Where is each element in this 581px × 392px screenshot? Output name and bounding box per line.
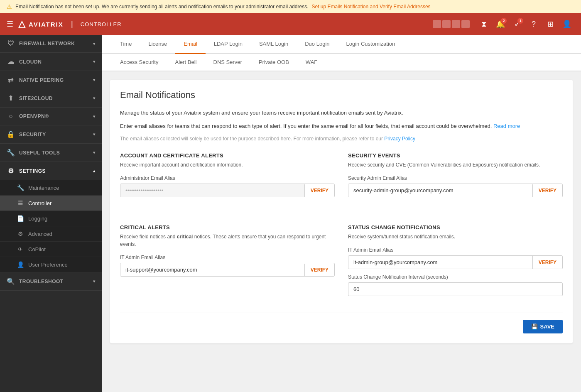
privacy-policy-link[interactable]: Privacy Policy bbox=[384, 136, 415, 142]
sidebar-item-logging[interactable]: 📄 Logging bbox=[0, 211, 102, 226]
critical-alerts-field-group: IT Admin Email Alias VERIFY bbox=[120, 255, 335, 277]
tab-duo-login[interactable]: Duo Login bbox=[297, 35, 338, 54]
sidebar-item-copilot[interactable]: ✈ CoPilot bbox=[0, 242, 102, 257]
save-icon: 💾 bbox=[531, 323, 538, 330]
tab-access-security[interactable]: Access Security bbox=[112, 54, 167, 71]
security-email-verify-button[interactable]: VERIFY bbox=[532, 184, 562, 197]
user-info bbox=[433, 20, 470, 28]
critical-alerts-section: CRITICAL ALERTS Receive field notices an… bbox=[120, 224, 335, 303]
sidebar-item-label: Useful Tools bbox=[19, 150, 60, 156]
tab-saml-login[interactable]: SAML Login bbox=[251, 35, 297, 54]
account-cert-field-label: Administrator Email Alias bbox=[120, 175, 335, 181]
sub-item-label: Advanced bbox=[28, 231, 52, 237]
help-icon[interactable]: ? bbox=[526, 17, 541, 32]
critical-email-input[interactable] bbox=[120, 263, 304, 276]
interval-input[interactable] bbox=[348, 282, 563, 296]
user-icon[interactable]: 👤 bbox=[559, 17, 574, 32]
chevron-right-icon: ▾ bbox=[93, 132, 96, 137]
logo-symbol: △ bbox=[18, 19, 25, 29]
status-change-field-label: IT Admin Email Alias bbox=[348, 247, 563, 253]
advanced-icon: ⚙ bbox=[17, 230, 24, 237]
sidebar-item-label: CloudN bbox=[19, 59, 42, 65]
privacy-notice: The email aliases collected will solely … bbox=[120, 135, 563, 142]
critical-alerts-input-row: VERIFY bbox=[120, 263, 335, 277]
tab-login-customization[interactable]: Login Customization bbox=[338, 35, 404, 54]
notice-text: The email aliases collected will solely … bbox=[120, 136, 383, 142]
sidebar-item-label: OpenVPN® bbox=[19, 113, 49, 119]
critical-email-verify-button[interactable]: VERIFY bbox=[304, 264, 334, 276]
topbar: ☰ △ aviatrix | Controller ⧗ 🔔 2 ✓ 1 ? ⊞ … bbox=[0, 13, 581, 35]
chevron-right-icon: ▾ bbox=[93, 42, 96, 46]
tab-dns-server[interactable]: DNS Server bbox=[205, 54, 250, 71]
tab-nav-row2: Access Security Alert Bell DNS Server Pr… bbox=[102, 54, 581, 71]
chevron-right-icon: ▾ bbox=[93, 279, 96, 284]
hourglass-icon[interactable]: ⧗ bbox=[476, 17, 491, 32]
description-1: Manage the status of your Aviatrix syste… bbox=[120, 109, 563, 117]
sidebar-item-advanced[interactable]: ⚙ Advanced bbox=[0, 226, 102, 242]
save-label: SAVE bbox=[540, 323, 554, 330]
native-peering-icon: ⇄ bbox=[7, 76, 15, 84]
sub-item-label: CoPilot bbox=[28, 246, 46, 252]
account-cert-section: ACCOUNT AND CERTIFICATE ALERTS Receive i… bbox=[120, 152, 335, 204]
sidebar-item-troubleshoot[interactable]: 🔍 Troubleshoot ▾ bbox=[0, 272, 102, 291]
security-events-title: SECURITY EVENTS bbox=[348, 152, 563, 159]
sidebar-item-openvpn[interactable]: ○ OpenVPN® ▾ bbox=[0, 108, 102, 125]
sidebar-item-security[interactable]: 🔒 Security ▾ bbox=[0, 125, 102, 144]
check-icon[interactable]: ✓ 1 bbox=[510, 17, 525, 32]
menu-icon[interactable]: ☰ bbox=[7, 20, 13, 29]
read-more-link[interactable]: Read more bbox=[493, 123, 520, 129]
tab-private-oob[interactable]: Private OOB bbox=[250, 54, 297, 71]
controller-icon: ☰ bbox=[17, 200, 24, 206]
user-dots bbox=[433, 20, 470, 28]
interval-label: Status Change Notification Interval (sec… bbox=[348, 274, 563, 280]
tab-waf[interactable]: WAF bbox=[297, 54, 326, 71]
sub-item-label: User Preference bbox=[28, 262, 68, 268]
controller-label: Controller bbox=[81, 21, 122, 27]
critical-alerts-field-label: IT Admin Email Alias bbox=[120, 255, 335, 260]
sidebar-item-user-preference[interactable]: 👤 User Preference bbox=[0, 257, 102, 272]
sidebar-item-firewall-network[interactable]: 🛡 Firewall Network ▾ bbox=[0, 35, 102, 53]
settings-icon: ⚙ bbox=[7, 167, 15, 175]
openvpn-icon: ○ bbox=[7, 113, 15, 120]
admin-email-input[interactable] bbox=[120, 184, 304, 197]
page-title: Email Notifications bbox=[120, 90, 563, 100]
alert-banner-link[interactable]: Set up Emails Notification and Verify Em… bbox=[311, 4, 430, 10]
security-events-field-label: Security Admin Email Alias bbox=[348, 175, 563, 181]
tab-alert-bell[interactable]: Alert Bell bbox=[167, 54, 205, 71]
logo-brand: aviatrix bbox=[29, 21, 64, 28]
sidebar-item-label: Security bbox=[19, 132, 46, 137]
chevron-right-icon: ▾ bbox=[93, 78, 96, 82]
site2cloud-icon: ⬆ bbox=[7, 94, 15, 102]
check-badge: 1 bbox=[517, 17, 524, 24]
sidebar-item-controller[interactable]: ☰ Controller bbox=[0, 196, 102, 211]
content-panel: Email Notifications Manage the status of… bbox=[110, 80, 573, 343]
main-content: Time License Email LDAP Login SAML Login… bbox=[102, 35, 581, 392]
tab-time[interactable]: Time bbox=[112, 35, 140, 54]
user-dot-2 bbox=[442, 20, 451, 28]
chevron-right-icon: ▾ bbox=[93, 114, 96, 119]
save-button[interactable]: 💾 SAVE bbox=[523, 320, 563, 333]
sidebar-item-cloudn[interactable]: ☁ CloudN ▾ bbox=[0, 53, 102, 71]
sidebar-item-site2cloud[interactable]: ⬆ Site2Cloud ▾ bbox=[0, 89, 102, 108]
sub-item-label: Controller bbox=[28, 200, 51, 206]
logo: △ aviatrix | Controller bbox=[18, 19, 122, 29]
notifications-icon[interactable]: 🔔 2 bbox=[493, 17, 508, 32]
sidebar-item-label: Troubleshoot bbox=[19, 279, 64, 284]
sidebar-item-label: Site2Cloud bbox=[19, 96, 53, 101]
status-email-input[interactable] bbox=[348, 256, 532, 269]
grid-icon[interactable]: ⊞ bbox=[543, 17, 558, 32]
sidebar-item-native-peering[interactable]: ⇄ Native Peering ▾ bbox=[0, 71, 102, 89]
sub-item-label: Maintenance bbox=[28, 185, 59, 191]
tab-email[interactable]: Email bbox=[175, 35, 206, 54]
sidebar-item-maintenance[interactable]: 🔧 Maintenance bbox=[0, 180, 102, 196]
tab-ldap-login[interactable]: LDAP Login bbox=[206, 35, 251, 54]
status-email-verify-button[interactable]: VERIFY bbox=[532, 256, 562, 269]
admin-email-verify-button[interactable]: VERIFY bbox=[304, 184, 334, 197]
security-email-input[interactable] bbox=[348, 184, 532, 197]
tab-license[interactable]: License bbox=[140, 35, 175, 54]
sidebar-item-settings[interactable]: ⚙ Settings ▴ bbox=[0, 162, 102, 180]
alert-banner-text: Email Notification has not been set up. … bbox=[15, 4, 308, 10]
description-2: Enter email aliases for teams that can r… bbox=[120, 122, 563, 130]
sidebar-item-useful-tools[interactable]: 🔧 Useful Tools ▾ bbox=[0, 144, 102, 162]
settings-submenu: 🔧 Maintenance ☰ Controller 📄 Logging ⚙ A… bbox=[0, 180, 102, 272]
